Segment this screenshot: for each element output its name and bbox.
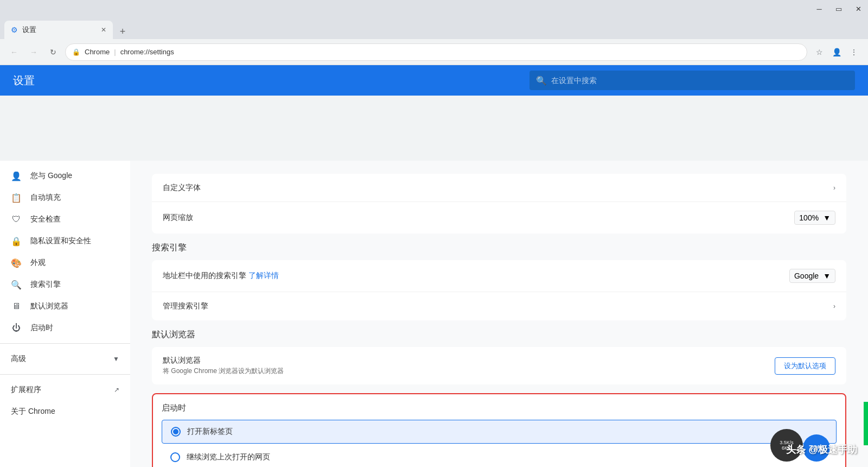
green-bar	[864, 402, 868, 445]
settings-tab-label: 设置	[22, 25, 36, 35]
startup-card: 启动时 打开新标签页 继续浏览上次打开的网页 打开特定网页或一组网页	[152, 393, 846, 467]
startup-section-title: 启动时	[162, 403, 837, 413]
dropdown-icon-2: ▼	[823, 272, 831, 280]
sidebar-label-default: 默认浏览器	[30, 301, 68, 311]
sidebar-divider-2	[0, 374, 130, 375]
default-browser-title: 默认浏览器	[163, 356, 775, 365]
zoom-label: 网页缩放	[163, 213, 794, 223]
power-icon: ⏻	[11, 323, 22, 333]
tab-close-button[interactable]: ✕	[101, 26, 106, 34]
url-path: chrome://settings	[120, 48, 174, 56]
manage-search-row[interactable]: 管理搜索引擎 ›	[152, 292, 846, 320]
minimize-button[interactable]: ─	[814, 5, 825, 13]
bookmark-button[interactable]: ☆	[812, 45, 827, 60]
sidebar-label-privacy: 隐私设置和安全性	[30, 236, 91, 246]
sidebar-item-autofill[interactable]: 📋 自动填充	[0, 187, 130, 209]
search-engine-select[interactable]: Google ▼	[789, 269, 835, 283]
manage-search-label: 管理搜索引擎	[163, 301, 833, 311]
sidebar-label-appearance: 外观	[30, 258, 46, 268]
sidebar-item-appearance[interactable]: 🎨 外观	[0, 252, 130, 274]
main-content: 自定义字体 › 网页缩放 100% ▼ 搜索引擎 地址栏中使用的搜索引擎 了解详…	[130, 161, 868, 467]
default-browser-card: 默认浏览器 将 Google Chrome 浏览器设为默认浏览器 设为默认选项	[152, 347, 846, 384]
zoom-value: 100%	[799, 213, 819, 222]
palette-icon: 🎨	[11, 258, 22, 268]
tab-strip: ⚙ 设置 ✕ +	[0, 17, 868, 39]
search-engine-value: Google	[794, 272, 819, 280]
startup-continue-label: 继续浏览上次打开的网页	[187, 452, 270, 462]
radio-new-tab	[171, 427, 181, 437]
toolbar-icons: ☆ 👤 ⋮	[812, 45, 861, 60]
restore-button[interactable]: ▭	[833, 5, 844, 13]
zoom-row[interactable]: 网页缩放 100% ▼	[152, 202, 846, 234]
sidebar-label-startup: 启动时	[30, 323, 53, 333]
forward-button[interactable]: →	[26, 45, 41, 60]
default-browser-sub: 将 Google Chrome 浏览器设为默认浏览器	[163, 367, 775, 376]
title-bar: ─ ▭ ✕	[0, 0, 868, 17]
search-engine-section-title: 搜索引擎	[152, 242, 846, 254]
arrow-icon-2: ›	[833, 302, 835, 310]
watermark: 头条 @极速手助	[786, 443, 857, 456]
sidebar-label-autofill: 自动填充	[30, 193, 61, 203]
sidebar-item-startup[interactable]: ⏻ 启动时	[0, 317, 130, 339]
sidebar-item-google[interactable]: 👤 您与 Google	[0, 165, 130, 187]
sidebar-label-safety: 安全检查	[30, 214, 61, 224]
sidebar: 👤 您与 Google 📋 自动填充 🛡 安全检查 🔒 隐私设置和安全性 🎨 外…	[0, 161, 130, 467]
search-icon: 🔍	[11, 280, 22, 290]
sidebar-item-extensions[interactable]: 扩展程序 ↗	[0, 379, 130, 401]
font-card: 自定义字体 › 网页缩放 100% ▼	[152, 174, 846, 234]
startup-option-continue[interactable]: 继续浏览上次打开的网页	[162, 446, 837, 467]
sidebar-label-extensions: 扩展程序	[11, 385, 41, 395]
sidebar-item-search[interactable]: 🔍 搜索引擎	[0, 274, 130, 295]
set-default-button[interactable]: 设为默认选项	[775, 357, 835, 375]
startup-option-new-tab[interactable]: 打开新标签页	[162, 420, 837, 444]
default-browser-section-title: 默认浏览器	[152, 329, 846, 340]
profile-button[interactable]: 👤	[829, 45, 844, 60]
sidebar-label-search: 搜索引擎	[30, 280, 61, 289]
settings-layout: 👤 您与 Google 📋 自动填充 🛡 安全检查 🔒 隐私设置和安全性 🎨 外…	[0, 161, 868, 467]
close-button[interactable]: ✕	[853, 5, 864, 13]
default-browser-row: 默认浏览器 将 Google Chrome 浏览器设为默认浏览器 设为默认选项	[152, 347, 846, 384]
search-input[interactable]	[551, 76, 848, 85]
sidebar-label-advanced: 高级	[11, 354, 26, 364]
lock-icon: 🔒	[72, 48, 80, 56]
sidebar-label-google: 您与 Google	[30, 171, 72, 181]
dropdown-icon: ▼	[823, 213, 831, 222]
address-bar-search-row[interactable]: 地址栏中使用的搜索引擎 了解详情 Google ▼	[152, 260, 846, 292]
url-protocol: Chrome	[85, 48, 110, 56]
custom-font-label: 自定义字体	[163, 183, 833, 193]
external-link-icon: ↗	[114, 386, 119, 394]
sidebar-item-about[interactable]: 关于 Chrome	[0, 401, 130, 422]
arrow-icon: ›	[833, 184, 835, 192]
chevron-down-icon: ▼	[113, 355, 119, 363]
search-engine-card: 地址栏中使用的搜索引擎 了解详情 Google ▼ 管理搜索引擎 ›	[152, 260, 846, 320]
menu-button[interactable]: ⋮	[846, 45, 861, 60]
sidebar-item-advanced[interactable]: 高级 ▼	[0, 348, 130, 370]
reload-button[interactable]: ↻	[46, 45, 61, 60]
settings-tab[interactable]: ⚙ 设置 ✕	[4, 21, 113, 39]
url-separator: |	[114, 48, 116, 56]
search-bar[interactable]: 🔍	[529, 71, 855, 90]
new-tab-button[interactable]: +	[115, 24, 130, 39]
autofill-icon: 📋	[11, 193, 22, 203]
zoom-select[interactable]: 100% ▼	[794, 211, 835, 225]
url-bar[interactable]: 🔒 Chrome | chrome://settings	[65, 43, 807, 61]
custom-font-row[interactable]: 自定义字体 ›	[152, 174, 846, 202]
sidebar-item-privacy[interactable]: 🔒 隐私设置和安全性	[0, 230, 130, 252]
radio-continue	[170, 452, 180, 462]
lock-icon: 🔒	[11, 236, 22, 247]
sidebar-item-default-browser[interactable]: 🖥 默认浏览器	[0, 295, 130, 317]
settings-tab-icon: ⚙	[11, 26, 18, 34]
sidebar-item-safety[interactable]: 🛡 安全检查	[0, 209, 130, 230]
address-bar: ← → ↻ 🔒 Chrome | chrome://settings ☆ 👤 ⋮	[0, 39, 868, 65]
address-bar-search-label: 地址栏中使用的搜索引擎 了解详情	[163, 271, 789, 281]
window-controls[interactable]: ─ ▭ ✕	[814, 5, 864, 13]
back-button[interactable]: ←	[7, 45, 22, 60]
sidebar-label-about: 关于 Chrome	[11, 407, 55, 416]
learn-more-link[interactable]: 了解详情	[248, 271, 279, 280]
settings-page-title: 设置	[13, 73, 35, 88]
browser-icon: 🖥	[11, 301, 22, 311]
startup-new-tab-label: 打开新标签页	[187, 427, 233, 437]
sidebar-divider	[0, 343, 130, 344]
shield-icon: 🛡	[11, 214, 22, 224]
search-icon: 🔍	[536, 75, 547, 86]
